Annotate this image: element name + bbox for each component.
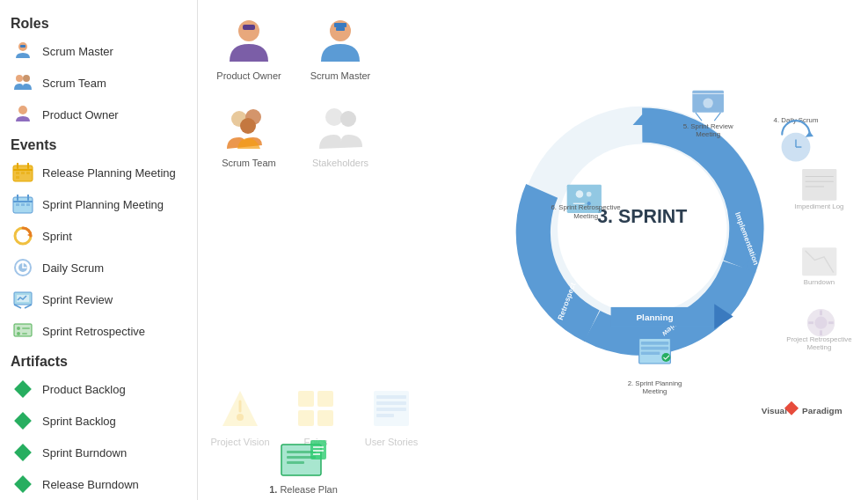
sprint-icon (11, 224, 35, 248)
sidebar-item-sprint-review[interactable]: Sprint Review (0, 283, 197, 315)
sidebar-item-label: Sprint Planning Meeting (42, 198, 164, 211)
icon-label: Project Vision (210, 437, 269, 447)
svg-point-86 (587, 192, 592, 197)
scrum-master-figure (317, 18, 365, 66)
svg-point-3 (23, 75, 30, 82)
events-section-title: Events (0, 130, 197, 157)
icon-product-owner[interactable]: Product Owner (205, 7, 293, 91)
scrum-team-icon (11, 70, 35, 95)
sidebar-item-sprint[interactable]: Sprint (0, 220, 197, 252)
sidebar-item-label: Product Backlog (42, 383, 126, 396)
svg-rect-38 (334, 23, 346, 27)
svg-rect-102 (802, 169, 836, 201)
svg-text:Visual: Visual (762, 406, 787, 415)
svg-point-84 (576, 190, 584, 198)
svg-point-68 (562, 148, 723, 309)
svg-rect-9 (16, 172, 19, 174)
svg-text:Meeting: Meeting (643, 387, 667, 395)
sidebar-item-sprint-backlog[interactable]: Sprint Backlog (0, 405, 197, 437)
svg-line-28 (25, 305, 32, 308)
svg-point-31 (17, 327, 20, 330)
sidebar-item-sprint-burndown[interactable]: Sprint Burndown (0, 437, 197, 468)
svg-rect-1 (20, 45, 26, 48)
svg-rect-107 (802, 247, 836, 276)
icon-label: Product Owner (216, 70, 281, 81)
icon-epics[interactable]: Epics (281, 384, 351, 447)
project-vision-figure (216, 384, 265, 432)
svg-point-44 (340, 111, 356, 127)
artifacts-section-title: Artifacts (0, 347, 197, 373)
svg-rect-36 (243, 25, 255, 30)
svg-text:Meeting: Meeting (806, 343, 831, 351)
sprint-burndown-icon (11, 440, 35, 465)
svg-point-35 (238, 20, 259, 41)
sidebar-item-sprint-retro[interactable]: Sprint Retrospective (0, 315, 197, 347)
sidebar-item-daily-scrum[interactable]: Daily Scrum (0, 252, 197, 283)
sidebar-item-release-planning[interactable]: Release Planning Meeting (0, 157, 197, 188)
svg-rect-49 (317, 391, 333, 407)
icon-project-vision[interactable]: Project Vision (205, 384, 275, 447)
svg-rect-34 (22, 333, 27, 335)
sprint-cycle-diagram: 3. SPRINT Implementation Review Retrospe… (391, 0, 868, 500)
sidebar-item-label: Sprint Retrospective (42, 325, 145, 338)
svg-rect-17 (16, 203, 19, 206)
sidebar-item-release-burndown[interactable]: Release Burndown (0, 468, 197, 500)
svg-rect-50 (298, 410, 314, 426)
svg-rect-18 (21, 203, 25, 206)
icon-label: Scrum Master (310, 70, 370, 81)
sidebar-item-product-backlog[interactable]: Product Backlog (0, 373, 197, 405)
sidebar: Roles Scrum Master Scrum Team (0, 0, 198, 500)
icon-scrum-team[interactable]: Scrum Team (205, 94, 293, 178)
svg-rect-12 (16, 176, 19, 179)
svg-point-91 (782, 133, 809, 160)
svg-point-32 (17, 332, 20, 335)
svg-point-46 (237, 414, 244, 421)
scrum-team-figure (225, 105, 274, 153)
svg-point-2 (16, 75, 23, 82)
sidebar-item-label: Release Planning Meeting (42, 166, 176, 180)
svg-text:Meeting: Meeting (696, 130, 720, 138)
sidebar-item-label: Release Burndown (42, 478, 139, 491)
step1-release-plan[interactable]: 1. Release Plan (268, 440, 339, 496)
svg-text:6. Sprint Retrospective: 6. Sprint Retrospective (551, 203, 620, 211)
svg-rect-60 (287, 461, 304, 464)
icon-label: Stakeholders (312, 158, 368, 168)
sidebar-item-product-owner[interactable]: Product Owner (0, 99, 197, 130)
svg-text:Paradigm: Paradigm (802, 406, 842, 415)
svg-point-42 (240, 118, 256, 134)
sidebar-item-sprint-planning[interactable]: Sprint Planning Meeting (0, 188, 197, 220)
svg-text:5. Sprint Review: 5. Sprint Review (683, 122, 733, 130)
svg-text:Project Retrospective: Project Retrospective (786, 335, 851, 343)
svg-rect-14 (13, 201, 33, 202)
sprint-review-icon (11, 287, 35, 312)
svg-point-110 (814, 317, 827, 329)
svg-rect-96 (641, 342, 668, 345)
sprint-planning-icon (11, 192, 35, 217)
icon-stakeholders[interactable]: Stakeholders (296, 94, 384, 178)
sidebar-item-scrum-master[interactable]: Scrum Master (0, 35, 197, 67)
svg-rect-10 (21, 172, 25, 174)
svg-text:Meeting: Meeting (573, 212, 598, 220)
release-burndown-icon (11, 472, 35, 496)
svg-point-99 (661, 353, 670, 362)
svg-text:Burndown: Burndown (804, 278, 835, 286)
sidebar-item-label: Scrum Master (42, 45, 113, 58)
sidebar-item-label: Sprint (42, 230, 72, 243)
release-planning-icon (11, 160, 35, 185)
product-backlog-icon (11, 377, 35, 401)
roles-section-title: Roles (0, 9, 197, 35)
sidebar-item-scrum-team[interactable]: Scrum Team (0, 67, 197, 99)
release-plan-icon (268, 440, 339, 483)
product-owner-figure (225, 18, 274, 66)
icon-scrum-master[interactable]: Scrum Master (296, 7, 384, 91)
svg-text:Impediment Log: Impediment Log (794, 202, 843, 210)
daily-scrum-icon (11, 255, 35, 280)
svg-rect-39 (336, 27, 345, 31)
svg-text:2. Sprint Planning: 2. Sprint Planning (628, 379, 682, 387)
roles-grid: Product Owner Scrum Master (205, 7, 384, 178)
product-owner-icon (11, 102, 35, 127)
sidebar-item-label: Sprint Backlog (42, 415, 116, 428)
scrum-master-icon (11, 39, 35, 63)
svg-line-78 (714, 113, 720, 121)
sprint-backlog-icon (11, 408, 35, 433)
